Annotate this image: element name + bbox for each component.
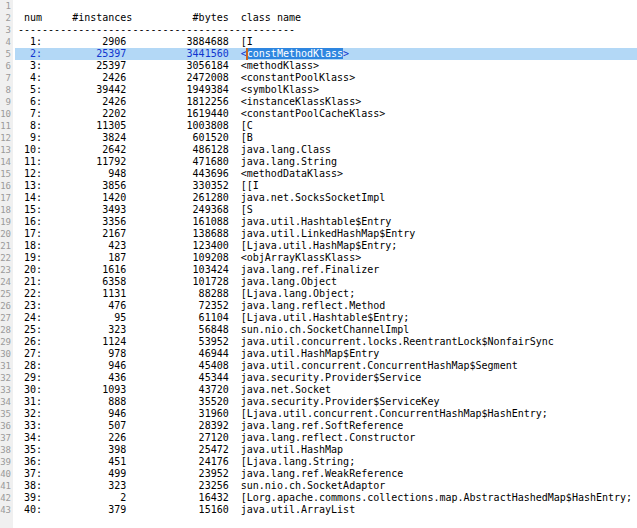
editor-line-text[interactable]: 26: 1124 53952 java.util.concurrent.lock… <box>15 336 637 348</box>
editor-line-text[interactable]: 33: 507 28392 java.lang.ref.SoftReferenc… <box>15 420 637 432</box>
gutter-line-number[interactable]: 38 <box>0 444 15 456</box>
gutter-line-number[interactable]: 32 <box>0 372 15 384</box>
editor-line-text[interactable]: 34: 226 27120 java.lang.reflect.Construc… <box>15 432 637 444</box>
editor-line[interactable]: 27 24: 95 61104 [Ljava.util.Hashtable$En… <box>0 312 637 324</box>
gutter-line-number[interactable]: 6 <box>0 60 15 72</box>
gutter-line-number[interactable]: 30 <box>0 348 15 360</box>
editor-line-text[interactable]: 24: 95 61104 [Ljava.util.Hashtable$Entry… <box>15 312 637 324</box>
editor-line-text[interactable]: 10: 2642 486128 java.lang.Class <box>15 144 637 156</box>
gutter-line-number[interactable] <box>0 516 15 528</box>
editor-line[interactable]: 21 18: 423 123400 [Ljava.util.HashMap$En… <box>0 240 637 252</box>
gutter-line-number[interactable]: 31 <box>0 360 15 372</box>
editor-line[interactable]: 17 14: 1420 261280 java.net.SocksSocketI… <box>0 192 637 204</box>
gutter-line-number[interactable]: 33 <box>0 384 15 396</box>
editor-line-text[interactable]: 25: 323 56848 sun.nio.ch.SocketChannelIm… <box>15 324 637 336</box>
editor-line[interactable]: 20 17: 2167 138688 java.util.LinkedHashM… <box>0 228 637 240</box>
gutter-line-number[interactable]: 35 <box>0 408 15 420</box>
editor-line[interactable]: 6 3: 25397 3056184 <methodKlass> <box>0 60 637 72</box>
editor-line[interactable]: 13 10: 2642 486128 java.lang.Class <box>0 144 637 156</box>
gutter-line-number[interactable]: 40 <box>0 468 15 480</box>
editor-line-text[interactable]: 37: 499 23952 java.lang.ref.WeakReferenc… <box>15 468 637 480</box>
editor-line-text[interactable]: 39: 2 16432 [Lorg.apache.commons.collect… <box>15 492 637 504</box>
gutter-line-number[interactable]: 21 <box>0 240 15 252</box>
gutter-line-number[interactable]: 12 <box>0 132 15 144</box>
editor-line-text[interactable]: 18: 423 123400 [Ljava.util.HashMap$Entry… <box>15 240 637 252</box>
gutter-line-number[interactable]: 36 <box>0 420 15 432</box>
editor-line-text[interactable]: 4: 2426 2472008 <constantPoolKlass> <box>15 72 637 84</box>
editor-line[interactable]: 29 26: 1124 53952 java.util.concurrent.l… <box>0 336 637 348</box>
editor-line-text[interactable]: 6: 2426 1812256 <instanceKlassKlass> <box>15 96 637 108</box>
editor-line[interactable]: 18 15: 3493 249368 [S <box>0 204 637 216</box>
editor-line-text[interactable]: 8: 11305 1003808 [C <box>15 120 637 132</box>
editor-line-text[interactable]: ----------------------------------------… <box>15 24 637 36</box>
editor-line-text[interactable]: 28: 946 45408 java.util.concurrent.Concu… <box>15 360 637 372</box>
gutter-line-number[interactable]: 41 <box>0 480 15 492</box>
gutter-line-number[interactable]: 39 <box>0 456 15 468</box>
editor-line[interactable]: 14 11: 11792 471680 java.lang.String <box>0 156 637 168</box>
editor-line-text[interactable]: 2: 25397 3441560 <constMethodKlass> <box>15 48 637 60</box>
gutter-line-number[interactable]: 13 <box>0 144 15 156</box>
editor-line[interactable]: 28 25: 323 56848 sun.nio.ch.SocketChanne… <box>0 324 637 336</box>
gutter-line-number[interactable]: 26 <box>0 300 15 312</box>
gutter-line-number[interactable]: 8 <box>0 84 15 96</box>
editor-line-text[interactable]: 11: 11792 471680 java.lang.String <box>15 156 637 168</box>
editor-line-text[interactable]: 29: 436 45344 java.security.Provider$Ser… <box>15 372 637 384</box>
editor-line-text[interactable]: 20: 1616 103424 java.lang.ref.Finalizer <box>15 264 637 276</box>
editor-line[interactable]: 40 37: 499 23952 java.lang.ref.WeakRefer… <box>0 468 637 480</box>
gutter-line-number[interactable]: 15 <box>0 168 15 180</box>
editor-line[interactable]: 7 4: 2426 2472008 <constantPoolKlass> <box>0 72 637 84</box>
editor-line[interactable]: 10 7: 2202 1619440 <constantPoolCacheKla… <box>0 108 637 120</box>
gutter-line-number[interactable]: 43 <box>0 504 15 516</box>
editor-line[interactable]: 16 13: 3856 330352 [[I <box>0 180 637 192</box>
editor-line-text[interactable] <box>15 0 637 12</box>
editor-line-text[interactable]: 21: 6358 101728 java.lang.Object <box>15 276 637 288</box>
gutter-line-number[interactable]: 1 <box>0 0 15 12</box>
editor-line[interactable]: 4 1: 2906 3884688 [I <box>0 36 637 48</box>
editor-line-text[interactable]: 5: 39442 1949384 <symbolKlass> <box>15 84 637 96</box>
editor-line[interactable]: 12 9: 3824 601520 [B <box>0 132 637 144</box>
editor-line-text[interactable] <box>15 516 637 528</box>
gutter-line-number[interactable]: 28 <box>0 324 15 336</box>
editor-line[interactable]: 41 38: 323 23256 sun.nio.ch.SocketAdapto… <box>0 480 637 492</box>
editor-line-text[interactable]: 14: 1420 261280 java.net.SocksSocketImpl <box>15 192 637 204</box>
editor-line[interactable]: 26 23: 476 72352 java.lang.reflect.Metho… <box>0 300 637 312</box>
editor-line-text[interactable]: num #instances #bytes class name <box>15 12 637 24</box>
editor-line-text[interactable]: 16: 3356 161088 java.util.Hashtable$Entr… <box>15 216 637 228</box>
editor-line-text[interactable]: 40: 379 15160 java.util.ArrayList <box>15 504 637 516</box>
editor-line[interactable] <box>0 516 637 528</box>
editor-line[interactable]: 31 28: 946 45408 java.util.concurrent.Co… <box>0 360 637 372</box>
gutter-line-number[interactable]: 37 <box>0 432 15 444</box>
gutter-line-number[interactable]: 23 <box>0 264 15 276</box>
gutter-line-number[interactable]: 29 <box>0 336 15 348</box>
gutter-line-number[interactable]: 5 <box>0 48 15 60</box>
editor-line-text[interactable]: 31: 888 35520 java.security.Provider$Ser… <box>15 396 637 408</box>
gutter-line-number[interactable]: 17 <box>0 192 15 204</box>
editor-line[interactable]: 11 8: 11305 1003808 [C <box>0 120 637 132</box>
gutter-line-number[interactable]: 19 <box>0 216 15 228</box>
editor-line-text[interactable]: 38: 323 23256 sun.nio.ch.SocketAdaptor <box>15 480 637 492</box>
editor-line[interactable]: 9 6: 2426 1812256 <instanceKlassKlass> <box>0 96 637 108</box>
gutter-line-number[interactable]: 24 <box>0 276 15 288</box>
editor-line-text[interactable]: 27: 978 46944 java.util.HashMap$Entry <box>15 348 637 360</box>
editor-line[interactable]: 22 19: 187 109208 <objArrayKlassKlass> <box>0 252 637 264</box>
editor-line-text[interactable]: 32: 946 31960 [Ljava.util.concurrent.Con… <box>15 408 637 420</box>
editor-line[interactable]: 1 <box>0 0 637 12</box>
editor-line-text[interactable]: 17: 2167 138688 java.util.LinkedHashMap$… <box>15 228 637 240</box>
editor-line[interactable]: 2 num #instances #bytes class name <box>0 12 637 24</box>
editor-line[interactable]: 15 12: 948 443696 <methodDataKlass> <box>0 168 637 180</box>
gutter-line-number[interactable]: 20 <box>0 228 15 240</box>
editor-line[interactable]: 25 22: 1131 88288 [Ljava.lang.Object; <box>0 288 637 300</box>
editor-line[interactable]: 19 16: 3356 161088 java.util.Hashtable$E… <box>0 216 637 228</box>
editor-line-text[interactable]: 1: 2906 3884688 [I <box>15 36 637 48</box>
editor-line[interactable]: 24 21: 6358 101728 java.lang.Object <box>0 276 637 288</box>
gutter-line-number[interactable]: 18 <box>0 204 15 216</box>
editor-line-text[interactable]: 23: 476 72352 java.lang.reflect.Method <box>15 300 637 312</box>
gutter-line-number[interactable]: 34 <box>0 396 15 408</box>
gutter-line-number[interactable]: 14 <box>0 156 15 168</box>
editor-line[interactable]: 30 27: 978 46944 java.util.HashMap$Entry <box>0 348 637 360</box>
editor-line-text[interactable]: 12: 948 443696 <methodDataKlass> <box>15 168 637 180</box>
gutter-line-number[interactable]: 7 <box>0 72 15 84</box>
editor-line[interactable]: 36 33: 507 28392 java.lang.ref.SoftRefer… <box>0 420 637 432</box>
editor-line[interactable]: 43 40: 379 15160 java.util.ArrayList <box>0 504 637 516</box>
editor-line-active[interactable]: 5 2: 25397 3441560 <constMethodKlass> <box>0 48 637 60</box>
